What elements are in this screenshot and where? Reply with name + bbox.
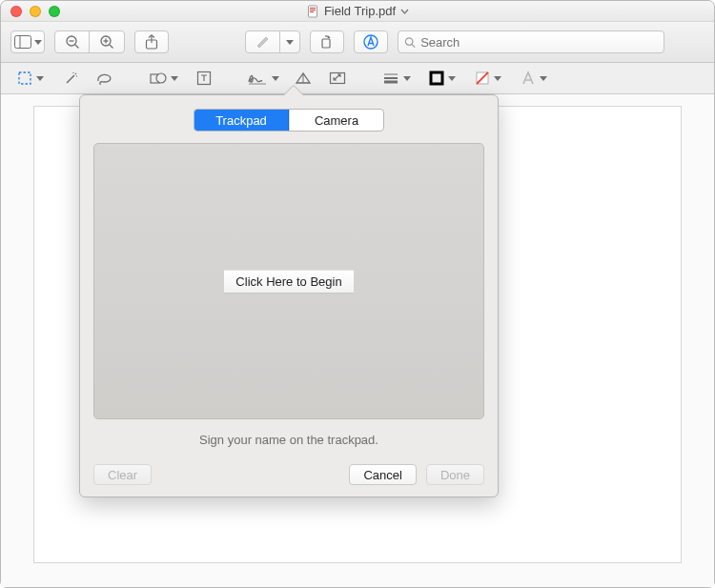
window-title[interactable]: Field Trip.pdf [306, 4, 409, 18]
rotate-button[interactable] [310, 30, 344, 53]
instant-alpha-tool[interactable] [56, 65, 85, 91]
line-weight-icon [382, 72, 399, 84]
title-bar: Field Trip.pdf [1, 1, 714, 22]
magic-wand-icon [62, 71, 79, 86]
svg-line-7 [75, 45, 79, 49]
document-title: Field Trip.pdf [324, 4, 396, 18]
lasso-icon [95, 71, 114, 85]
chevron-down-icon [171, 76, 178, 81]
document-area: Trackpad Camera Click Here to Begin Sign… [1, 94, 714, 587]
svg-point-17 [405, 37, 412, 44]
popover-footer: Clear Cancel Done [93, 464, 484, 485]
zoom-in-icon [99, 34, 114, 50]
main-toolbar [1, 22, 714, 63]
stroke-color-tool[interactable] [422, 65, 462, 91]
svg-rect-2 [310, 10, 316, 10]
trackpad-canvas[interactable]: Click Here to Begin [93, 143, 484, 419]
prism-icon [295, 71, 312, 85]
instruction-text: Sign your name on the trackpad. [93, 433, 484, 447]
chevron-down-icon [34, 40, 42, 45]
chevron-down-icon [494, 76, 501, 81]
svg-rect-3 [310, 11, 314, 12]
resize-icon [329, 71, 346, 85]
adjust-size-tool[interactable] [323, 65, 352, 91]
tab-camera[interactable]: Camera [289, 110, 383, 131]
tab-trackpad[interactable]: Trackpad [194, 110, 289, 131]
signature-popover: Trackpad Camera Click Here to Begin Sign… [79, 94, 499, 497]
search-input[interactable] [420, 35, 658, 50]
markup-toggle-button[interactable] [354, 30, 388, 53]
app-window: Field Trip.pdf [0, 0, 715, 588]
signature-source-tabs: Trackpad Camera [194, 109, 384, 132]
chevron-down-icon [448, 76, 456, 81]
minimize-window-button[interactable] [30, 6, 41, 17]
search-field[interactable] [398, 30, 664, 53]
chevron-down-icon [36, 76, 44, 81]
svg-rect-1 [310, 8, 316, 9]
text-box-icon [196, 71, 212, 86]
chevron-down-icon [400, 9, 409, 14]
highlight-button[interactable] [246, 31, 280, 52]
sidebar-button[interactable] [10, 30, 45, 53]
svg-point-22 [156, 73, 166, 83]
shapes-icon [150, 71, 167, 85]
clear-button: Clear [93, 464, 152, 485]
svg-rect-30 [431, 72, 442, 84]
font-icon [521, 71, 536, 86]
done-button: Done [426, 464, 484, 485]
stroke-color-icon [429, 71, 444, 86]
sidebar-icon [14, 35, 31, 49]
shapes-tool[interactable] [144, 65, 184, 91]
traffic-lights [10, 6, 60, 17]
svg-line-20 [67, 75, 74, 83]
highlight-group [245, 30, 300, 53]
markup-icon [362, 33, 379, 51]
line-weight-tool[interactable] [377, 65, 417, 91]
svg-rect-19 [19, 72, 31, 84]
sketch-tool[interactable] [91, 65, 119, 91]
close-window-button[interactable] [10, 6, 22, 17]
selection-tool[interactable] [10, 65, 51, 91]
svg-rect-15 [322, 39, 330, 48]
sign-tool[interactable] [243, 65, 283, 91]
chevron-down-icon [403, 76, 411, 81]
chevron-down-icon [286, 40, 294, 45]
selection-icon [17, 71, 32, 86]
begin-button[interactable]: Click Here to Begin [224, 270, 353, 294]
cancel-button[interactable]: Cancel [349, 464, 416, 485]
text-tool[interactable] [190, 65, 218, 91]
zoom-group [54, 30, 125, 53]
font-tool[interactable] [514, 65, 554, 91]
signature-icon [247, 71, 268, 85]
svg-rect-4 [14, 36, 31, 49]
svg-line-18 [412, 44, 415, 47]
zoom-out-icon [65, 34, 80, 50]
highlighter-icon [255, 35, 272, 49]
document-icon [306, 5, 319, 18]
fill-color-icon [475, 71, 490, 86]
chevron-down-icon [540, 76, 547, 81]
fullscreen-window-button[interactable] [49, 6, 60, 17]
svg-line-10 [110, 45, 113, 49]
highlight-menu-button[interactable] [280, 31, 299, 52]
share-button[interactable] [134, 30, 169, 53]
zoom-out-button[interactable] [55, 31, 90, 52]
zoom-in-button[interactable] [90, 31, 124, 52]
fill-color-tool[interactable] [468, 65, 508, 91]
markup-toolbar [1, 63, 714, 94]
search-icon [404, 36, 416, 49]
chevron-down-icon [272, 76, 279, 81]
rotate-icon [319, 34, 335, 50]
share-icon [145, 34, 158, 50]
